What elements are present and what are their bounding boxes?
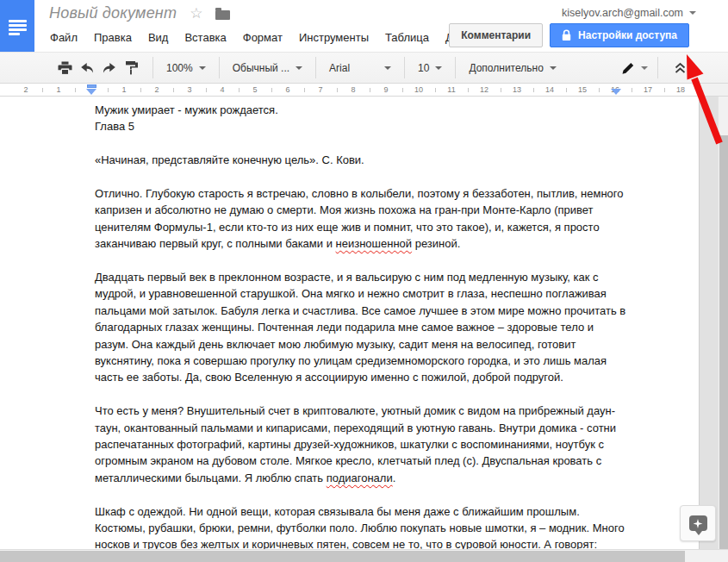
ruler-tick <box>599 88 600 92</box>
paragraph[interactable]: «Начиная, представляйте конечную цель». … <box>95 152 629 168</box>
menu-item-2[interactable]: Правка <box>94 31 132 44</box>
explore-button[interactable] <box>680 505 716 541</box>
redo-icon <box>102 62 117 74</box>
ruler-tick <box>402 88 403 92</box>
ruler-number: 14 <box>545 85 554 94</box>
chevron-down-icon <box>384 66 391 70</box>
font-family-select[interactable]: Arial <box>326 62 395 74</box>
ruler-tick <box>140 88 141 92</box>
account-email: kiselyov.arch@gmail.com <box>562 7 683 19</box>
zoom-select[interactable]: 100% <box>163 62 209 74</box>
menu-item-5[interactable]: Формат <box>243 31 283 44</box>
horizontal-scrollbar[interactable] <box>0 549 728 562</box>
font-size-value: 10 <box>418 62 429 74</box>
paragraph-style-select[interactable]: Обычный ... <box>229 62 306 74</box>
chevron-down-icon <box>435 66 442 70</box>
ruler: 21123456789101112131415161718 <box>0 84 728 97</box>
ruler-number: 2 <box>23 85 28 94</box>
paragraph-style-value: Обычный ... <box>233 62 289 74</box>
ruler-number: 1 <box>56 85 60 94</box>
title-row: Новый документ ☆ <box>49 4 230 22</box>
editing-mode-button[interactable] <box>621 61 648 75</box>
paragraph[interactable]: Отлично. Глубокую старость я встречаю, с… <box>95 185 629 253</box>
document-text[interactable]: Мужик умирает - мужик рождается.Глава 5«… <box>95 102 629 562</box>
ruler-number: 12 <box>480 85 488 94</box>
menu-item-1[interactable]: Файл <box>50 31 78 44</box>
account-menu[interactable]: kiselyov.arch@gmail.com <box>562 7 696 19</box>
document-page[interactable]: Мужик умирает - мужик рождается.Глава 5«… <box>0 97 700 562</box>
collapse-toolbar-button[interactable] <box>668 57 692 79</box>
logo-line-icon <box>9 20 27 22</box>
folder-icon[interactable] <box>215 10 230 20</box>
first-line-indent-marker[interactable] <box>87 84 96 88</box>
paint-format-button[interactable] <box>121 58 143 78</box>
toolbar-separator <box>455 57 456 78</box>
share-button-label: Настройки доступа <box>578 29 677 41</box>
ruler-tick <box>304 88 305 92</box>
undo-button[interactable] <box>76 58 98 78</box>
redo-button[interactable] <box>98 58 121 78</box>
toolbar-separator <box>152 57 153 78</box>
paragraph[interactable]: Что есть у меня? Внушительный счет в кри… <box>95 403 629 486</box>
paragraph[interactable]: Двадцать первый век в преклонном возраст… <box>95 269 629 386</box>
empty-line[interactable] <box>95 386 629 403</box>
vertical-scrollbar-thumb[interactable] <box>719 135 728 549</box>
ruler-page-area: 21123456789101112131415161718 <box>0 84 700 96</box>
menu-item-6[interactable]: Инструменты <box>299 31 369 44</box>
ruler-tick <box>533 88 534 92</box>
ruler-tick <box>632 88 632 92</box>
zoom-value: 100% <box>166 62 193 74</box>
ruler-tick <box>435 88 436 92</box>
share-button[interactable]: Настройки доступа <box>550 23 689 47</box>
document-title[interactable]: Новый документ <box>49 4 177 22</box>
misspelled-word[interactable]: подиагонали <box>327 471 393 484</box>
ruler-tick <box>173 88 174 92</box>
ruler-tick <box>271 88 272 92</box>
header-buttons: Комментарии Настройки доступа <box>449 23 689 47</box>
paragraph[interactable]: Мужик умирает - мужик рождается. <box>95 102 629 118</box>
vertical-scrollbar[interactable] <box>718 97 728 550</box>
ruler-number: 3 <box>187 85 191 94</box>
document-canvas: Мужик умирает - мужик рождается.Глава 5«… <box>0 97 728 562</box>
ruler-number: 7 <box>318 85 322 94</box>
horizontal-scrollbar-thumb[interactable] <box>0 551 685 562</box>
print-button[interactable] <box>53 58 76 78</box>
menu-item-7[interactable]: Таблица <box>385 31 429 44</box>
ruler-tick <box>664 88 665 92</box>
left-indent-marker[interactable] <box>86 89 96 95</box>
font-family-value: Arial <box>329 62 350 74</box>
logo-line-icon <box>9 24 27 27</box>
ruler-number: 4 <box>220 85 224 94</box>
ruler-number: 8 <box>351 85 355 94</box>
misspelled-word[interactable]: неизношенной <box>336 237 413 250</box>
ruler-number: 11 <box>447 85 455 94</box>
explore-icon <box>689 515 707 531</box>
star-icon[interactable]: ☆ <box>190 6 202 21</box>
ruler-tick <box>566 88 567 92</box>
ruler-number: 6 <box>285 85 289 94</box>
more-options-dropdown[interactable]: Дополнительно <box>465 62 559 74</box>
chevron-down-icon <box>689 11 696 15</box>
menu-item-4[interactable]: Вставка <box>184 31 226 44</box>
ruler-tick <box>42 88 43 92</box>
right-indent-marker[interactable] <box>611 89 621 95</box>
ruler-tick <box>501 88 501 92</box>
menu-item-3[interactable]: Вид <box>148 31 169 44</box>
docs-home-logo[interactable] <box>0 0 34 52</box>
paragraph[interactable]: Глава 5 <box>95 118 629 134</box>
comments-button[interactable]: Комментарии <box>449 23 543 47</box>
ruler-tick <box>239 88 240 92</box>
ruler-tick <box>206 88 207 92</box>
font-size-select[interactable]: 10 <box>414 62 445 74</box>
empty-line[interactable] <box>95 253 629 269</box>
empty-line[interactable] <box>95 169 629 185</box>
toolbar-separator <box>315 57 316 78</box>
print-icon <box>58 61 72 75</box>
ruler-number: 15 <box>578 85 587 94</box>
empty-line[interactable] <box>95 486 629 503</box>
ruler-tick <box>370 88 370 92</box>
ruler-number: 10 <box>414 85 423 94</box>
empty-line[interactable] <box>95 135 629 152</box>
chevron-down-icon <box>296 66 302 70</box>
ruler-number: 5 <box>252 85 257 94</box>
